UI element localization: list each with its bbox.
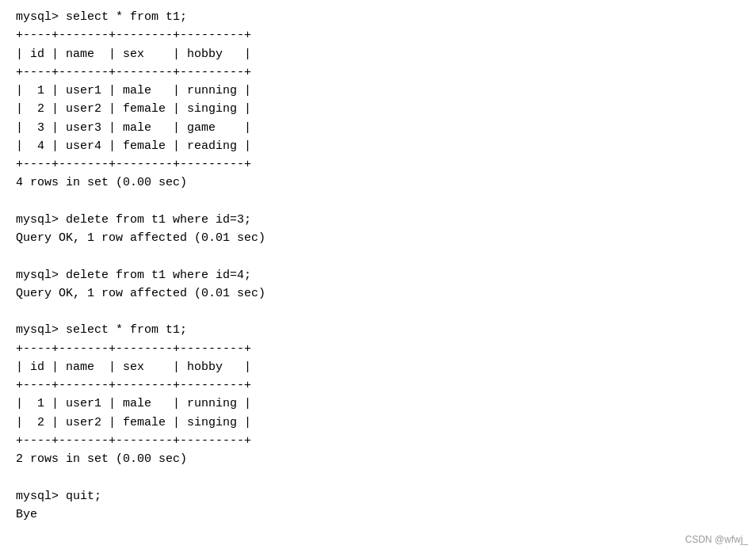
terminal-line: mysql> delete from t1 where id=4; [16,266,740,284]
terminal-line: | id | name | sex | hobby | [16,358,740,376]
terminal-line: +----+-------+--------+---------+ [16,26,740,44]
terminal-line: +----+-------+--------+---------+ [16,340,740,358]
terminal-line: Query OK, 1 row affected (0.01 sec) [16,284,740,303]
terminal-line: 2 rows in set (0.00 sec) [16,450,740,468]
terminal-line: Query OK, 1 row affected (0.01 sec) [16,229,740,247]
terminal-line: | 1 | user1 | male | running | [16,82,740,100]
watermark: CSDN @wfwj_ [685,534,748,545]
terminal-line: mysql> select * from t1; [16,321,740,339]
terminal-line: | 2 | user2 | female | singing | [16,414,740,432]
terminal-output: mysql> select * from t1;+----+-------+--… [16,8,740,524]
terminal-line: mysql> quit; [16,487,740,505]
terminal-line: +----+-------+--------+---------+ [16,376,740,395]
terminal-line: | 1 | user1 | male | running | [16,395,740,413]
terminal-line: | 2 | user2 | female | singing | [16,100,740,118]
terminal-line [16,303,740,321]
terminal-line [16,468,740,486]
terminal-line: | 3 | user3 | male | game | [16,119,740,137]
terminal-line: +----+-------+--------+---------+ [16,63,740,82]
terminal-line: Bye [16,505,740,524]
terminal-line: +----+-------+--------+---------+ [16,432,740,450]
terminal-line: | 4 | user4 | female | reading | [16,137,740,155]
terminal-line: +----+-------+--------+---------+ [16,155,740,174]
terminal-line: | id | name | sex | hobby | [16,45,740,63]
terminal-line [16,247,740,265]
terminal-line: mysql> delete from t1 where id=3; [16,211,740,229]
terminal-line [16,193,740,211]
terminal-line: mysql> select * from t1; [16,8,740,26]
terminal-line: 4 rows in set (0.00 sec) [16,174,740,192]
